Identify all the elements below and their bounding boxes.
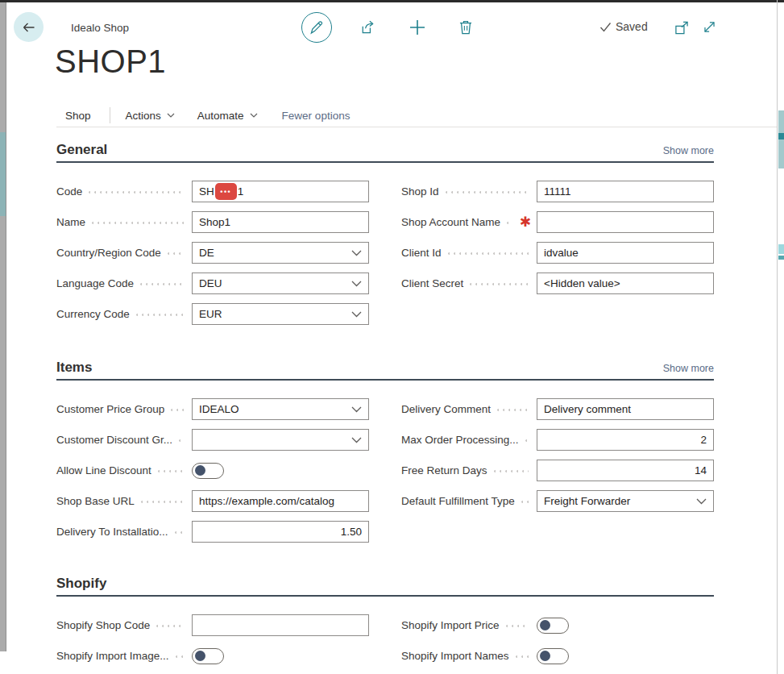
customer-discount-group-select[interactable] — [192, 429, 369, 451]
check-icon — [599, 22, 612, 32]
dotted-leader — [168, 252, 184, 255]
menu-shop[interactable]: Shop — [65, 110, 91, 122]
allow-line-discount-toggle[interactable] — [192, 463, 224, 479]
field-label: Language Code — [56, 277, 134, 289]
client-id-input[interactable]: idvalue — [537, 242, 714, 264]
dotted-leader — [92, 222, 184, 224]
required-asterisk: ✱ — [520, 215, 531, 229]
customer-price-group-select[interactable]: IDEALO — [192, 398, 369, 420]
redaction-badge: ••• — [215, 183, 237, 200]
dotted-leader — [521, 501, 529, 503]
menu-actions[interactable]: Actions — [126, 110, 175, 122]
client-secret-input[interactable]: <Hidden value> — [537, 273, 714, 294]
shop-base-url-input[interactable]: https://example.com/catalog — [192, 490, 369, 512]
field-shopify-shop-code: Shopify Shop Code — [56, 614, 369, 636]
field-label: Country/Region Code — [56, 247, 161, 259]
delivery-comment-input[interactable]: Delivery comment — [537, 398, 714, 420]
shop-account-name-input[interactable] — [537, 211, 714, 233]
expand-button[interactable] — [702, 19, 717, 35]
field-max-order-processing: Max Order Processing... 2 — [401, 429, 714, 451]
shopify-import-image-toggle[interactable] — [192, 648, 224, 664]
menu-automate[interactable]: Automate — [197, 110, 258, 122]
menubar-separator — [56, 127, 777, 127]
delivery-to-installation-input[interactable]: 1.50 — [192, 521, 369, 543]
edit-button[interactable] — [301, 12, 332, 43]
show-more-link[interactable]: Show more — [663, 145, 714, 158]
plus-icon — [409, 19, 426, 36]
toggle-knob — [195, 465, 205, 476]
menu-divider — [110, 107, 110, 123]
dotted-leader — [470, 283, 529, 285]
dotted-leader — [136, 314, 184, 316]
shop-id-input[interactable]: 11111 — [537, 181, 714, 202]
action-menubar: Shop Actions Automate Fewer options — [56, 104, 350, 127]
open-in-new-window-button[interactable] — [674, 20, 690, 35]
field-label: Currency Code — [56, 308, 130, 320]
share-button[interactable] — [359, 19, 376, 35]
field-shop-base-url: Shop Base URL https://example.com/catalo… — [56, 490, 369, 512]
shopify-shop-code-input[interactable] — [192, 614, 369, 636]
dotted-leader — [156, 625, 184, 627]
dotted-leader — [516, 655, 529, 658]
share-icon — [359, 19, 376, 35]
name-input[interactable]: Shop1 — [192, 211, 369, 233]
chevron-down-icon — [351, 311, 362, 318]
field-label: Shopify Import Image... — [56, 650, 169, 662]
field-label: Default Fulfillment Type — [401, 495, 515, 507]
chevron-down-icon — [696, 498, 707, 505]
pencil-icon — [309, 19, 325, 35]
free-return-days-input[interactable]: 14 — [537, 460, 714, 481]
code-input[interactable]: SH ••• 1 — [192, 181, 369, 202]
field-language-code: Language Code DEU — [56, 273, 369, 294]
window-top-edge — [0, 0, 784, 2]
country-region-code-select[interactable]: DE — [192, 242, 369, 264]
show-more-link[interactable]: Show more — [663, 363, 714, 376]
toggle-knob — [540, 651, 550, 661]
background-page-strip — [0, 2, 6, 651]
right-pane-sliver — [778, 244, 784, 254]
field-customer-discount-group: Customer Discount Gr... — [56, 429, 369, 451]
right-pane-sliver — [778, 110, 784, 168]
field-label: Allow Line Discount — [56, 464, 151, 476]
field-code: Code SH ••• 1 — [56, 181, 369, 202]
dotted-leader — [448, 252, 529, 255]
saved-label: Saved — [616, 20, 648, 33]
dotted-leader — [497, 409, 529, 411]
right-pane-sliver — [778, 256, 784, 260]
currency-code-select[interactable]: EUR — [192, 303, 369, 325]
chevron-down-icon — [351, 437, 362, 443]
section-general: General Show more Code SH ••• 1 Name Sho — [56, 142, 714, 334]
field-label: Delivery Comment — [401, 403, 491, 415]
dotted-leader — [446, 191, 529, 193]
background-teal-band — [0, 132, 6, 216]
chevron-down-icon — [167, 113, 175, 118]
chevron-down-icon — [250, 113, 258, 118]
field-label: Free Return Days — [401, 464, 487, 476]
trash-icon — [458, 19, 474, 35]
dotted-leader — [507, 222, 512, 224]
field-label: Shopify Import Names — [401, 650, 509, 662]
field-allow-line-discount: Allow Line Discount — [56, 460, 369, 481]
default-fulfillment-type-select[interactable]: Freight Forwarder — [537, 490, 714, 512]
back-button[interactable] — [14, 12, 44, 42]
field-label: Shop Id — [401, 185, 439, 198]
shopify-import-names-toggle[interactable] — [537, 648, 569, 664]
language-code-select[interactable]: DEU — [192, 273, 369, 294]
field-label: Customer Price Group — [56, 403, 164, 415]
saved-status: Saved — [599, 20, 648, 33]
field-shop-account-name: Shop Account Name ✱ — [401, 211, 714, 233]
new-button[interactable] — [409, 19, 426, 36]
delete-button[interactable] — [458, 19, 474, 35]
field-currency-code: Currency Code EUR — [56, 303, 369, 325]
field-label: Code — [56, 185, 82, 198]
field-label: Delivery To Installatio... — [56, 526, 168, 538]
shopify-import-price-toggle[interactable] — [537, 618, 569, 634]
menu-fewer-options[interactable]: Fewer options — [282, 110, 351, 122]
dotted-leader — [158, 470, 184, 472]
dotted-leader — [175, 531, 184, 534]
field-name: Name Shop1 — [56, 211, 369, 233]
max-order-processing-input[interactable]: 2 — [537, 429, 714, 451]
field-label: Shop Base URL — [56, 495, 135, 507]
field-client-id: Client Id idvalue — [401, 242, 714, 264]
field-label: Shopify Import Price — [401, 619, 500, 631]
